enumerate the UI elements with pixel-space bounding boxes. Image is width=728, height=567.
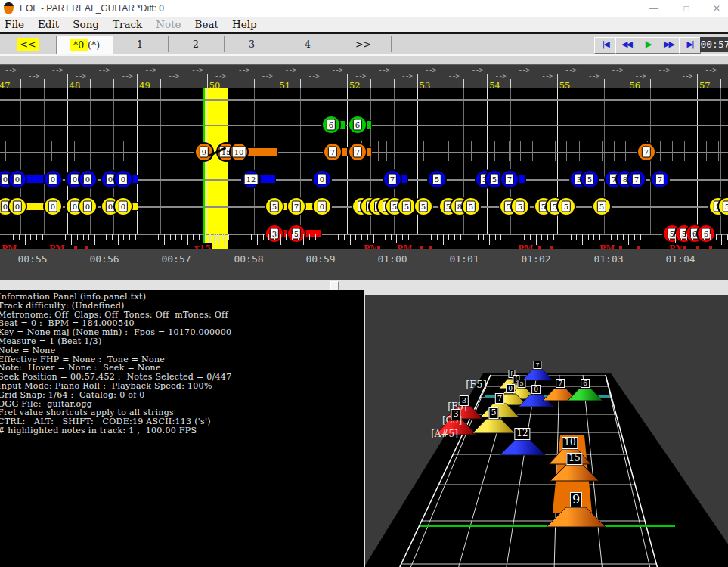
beat-arrow: --> bbox=[331, 66, 342, 74]
note-stem bbox=[123, 141, 124, 161]
yellow-note[interactable]: 7 bbox=[287, 197, 306, 216]
blue-note[interactable]: 7 bbox=[627, 169, 646, 189]
menu-item-song[interactable]: Song bbox=[68, 18, 108, 30]
eof-window: EOF - PART REAL_GUITAR *Diff: 0 — □ ✕ Fi… bbox=[0, 0, 728, 567]
piano-roll-editor[interactable]: 6691510777000000012075357357877000000057… bbox=[0, 88, 728, 249]
timeline-tick bbox=[129, 234, 130, 240]
red-note[interactable]: 6 bbox=[696, 224, 716, 243]
orange-note[interactable]: 7 bbox=[323, 142, 342, 162]
timeline-tick bbox=[147, 234, 147, 240]
blue-note[interactable]: 0 bbox=[43, 169, 63, 189]
blue-note[interactable]: 0 bbox=[312, 169, 332, 189]
yellow-note[interactable]: 5 bbox=[461, 197, 481, 216]
beat-arrow: --> bbox=[144, 66, 156, 74]
play-button[interactable]: |▶ bbox=[637, 37, 658, 54]
menu-item-edit[interactable]: Edit bbox=[33, 18, 68, 30]
tab-[interactable]: >> bbox=[336, 36, 392, 52]
blue-note[interactable]: 7 bbox=[650, 169, 670, 189]
note-stem bbox=[579, 141, 580, 161]
blue-note[interactable]: 5 bbox=[427, 169, 447, 189]
rewind-button[interactable]: ◀◀ bbox=[615, 37, 637, 54]
tab-[interactable]: << bbox=[0, 36, 57, 52]
beat-gridline bbox=[184, 88, 184, 234]
beat-arrow: --> bbox=[51, 66, 63, 74]
green-note[interactable]: 6 bbox=[348, 115, 367, 135]
green-note[interactable]: 6 bbox=[321, 115, 341, 135]
yellow-note[interactable]: 0 bbox=[113, 197, 133, 216]
orange-note[interactable]: 7 bbox=[348, 142, 367, 162]
yellow-note[interactable]: 0 bbox=[78, 197, 98, 216]
timeline-tick bbox=[408, 234, 409, 240]
timeline-tick bbox=[519, 234, 519, 240]
timeline-tick bbox=[94, 234, 95, 245]
timeline-tick bbox=[118, 234, 119, 245]
timeline-tick bbox=[541, 234, 542, 240]
yellow-note[interactable]: 5 bbox=[556, 197, 576, 216]
menu-item-beat[interactable]: Beat bbox=[191, 18, 228, 30]
maximize-button[interactable]: □ bbox=[675, 2, 698, 15]
blue-note[interactable]: 0 bbox=[113, 169, 133, 189]
blue-note[interactable]: 0 bbox=[8, 169, 27, 189]
timeline-tick bbox=[268, 234, 269, 240]
yellow-note[interactable]: 5 bbox=[414, 197, 433, 216]
orange-note[interactable]: 7 bbox=[637, 142, 656, 162]
measure-gridline bbox=[207, 88, 208, 234]
yellow-note[interactable]: 0 bbox=[312, 197, 332, 216]
fret-number: 5 bbox=[432, 173, 441, 184]
yellow-note[interactable]: 0 bbox=[43, 197, 63, 216]
blue-note[interactable]: 7 bbox=[383, 169, 402, 189]
note-stem bbox=[485, 141, 485, 161]
menu-item-note[interactable]: Note bbox=[151, 18, 190, 30]
menu-bar: FileEditSongTrackNoteBeatHelp bbox=[0, 17, 728, 32]
timeline-tick bbox=[646, 234, 646, 240]
timeline-tick bbox=[36, 234, 37, 240]
close-button[interactable]: ✕ bbox=[705, 2, 728, 15]
3d-fretboard bbox=[365, 295, 728, 567]
tab-4[interactable]: 4 bbox=[280, 36, 336, 52]
tab-0[interactable]: *0(*) bbox=[56, 36, 113, 54]
timeline-tick bbox=[65, 234, 66, 240]
blue-note[interactable]: 12 bbox=[241, 169, 261, 189]
fret-number: 6 bbox=[327, 119, 336, 130]
info-line: Note = None bbox=[0, 346, 364, 355]
yellow-note[interactable]: 0 bbox=[8, 197, 27, 216]
orange-note[interactable]: 10 bbox=[229, 142, 249, 162]
timeline-tick bbox=[652, 234, 652, 245]
menu-item-help[interactable]: Help bbox=[228, 18, 266, 30]
timeline-tick bbox=[658, 234, 658, 240]
yellow-note[interactable]: 5 bbox=[265, 197, 284, 216]
tab-3[interactable]: 3 bbox=[224, 36, 280, 52]
orange-note[interactable]: 9 bbox=[194, 142, 214, 162]
grid-snap-stripe bbox=[214, 234, 215, 246]
timeline-tick bbox=[681, 234, 682, 240]
beat-tick bbox=[184, 79, 184, 89]
fret-number: 12 bbox=[244, 173, 259, 184]
note-stem bbox=[555, 141, 556, 161]
tab-1[interactable]: 1 bbox=[112, 36, 169, 52]
beat-tick bbox=[463, 79, 464, 89]
tab-2[interactable]: 2 bbox=[168, 36, 225, 52]
blue-note[interactable]: 7 bbox=[500, 169, 519, 189]
3d-preview-panel: [F5][F5][C5][A#5][[57007637351210159 bbox=[364, 290, 728, 567]
beat-arrow: --> bbox=[448, 72, 460, 80]
go-end-button[interactable]: ▶| bbox=[679, 37, 701, 54]
fret-number: 0 bbox=[119, 173, 128, 184]
time-label: 01:04 bbox=[665, 253, 695, 265]
difficulty-tab-bar: |◀◀◀|▶▶▶▶|00:57 <<*0(*)1234>> bbox=[0, 34, 728, 65]
fret-number: 10 bbox=[232, 146, 246, 157]
minimize-button[interactable]: — bbox=[643, 2, 665, 15]
timeline-tick bbox=[303, 234, 304, 245]
beat-arrow: --> bbox=[98, 66, 109, 74]
menu-item-track[interactable]: Track bbox=[108, 18, 151, 30]
yellow-note[interactable]: 5 bbox=[592, 197, 612, 216]
forward-button[interactable]: ▶▶ bbox=[658, 37, 680, 54]
menu-item-file[interactable]: File bbox=[0, 18, 33, 30]
yellow-note[interactable]: 5 bbox=[510, 197, 530, 216]
timeline-tick bbox=[175, 234, 176, 240]
go-start-button[interactable]: |◀ bbox=[594, 37, 616, 54]
timeline-tick bbox=[123, 234, 124, 240]
timeline-tick bbox=[344, 234, 345, 240]
blue-note[interactable]: 0 bbox=[78, 169, 98, 189]
blue-note[interactable]: 5 bbox=[580, 169, 599, 189]
string-line-1 bbox=[0, 99, 728, 101]
